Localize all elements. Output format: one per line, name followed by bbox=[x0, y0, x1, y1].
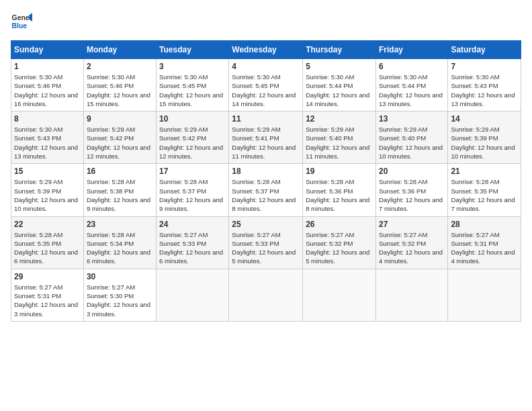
day-detail: Sunrise: 5:30 AMSunset: 5:44 PMDaylight:… bbox=[306, 73, 369, 107]
day-detail: Sunrise: 5:30 AMSunset: 5:46 PMDaylight:… bbox=[87, 73, 150, 107]
column-header-saturday: Saturday bbox=[448, 41, 521, 59]
calendar-cell: 13Sunrise: 5:29 AMSunset: 5:40 PMDayligh… bbox=[375, 111, 447, 164]
day-detail: Sunrise: 5:27 AMSunset: 5:33 PMDaylight:… bbox=[159, 231, 223, 265]
day-number: 22 bbox=[14, 220, 81, 229]
day-number: 19 bbox=[306, 167, 373, 176]
calendar-cell: 7Sunrise: 5:30 AMSunset: 5:43 PMDaylight… bbox=[448, 59, 521, 111]
svg-text:Blue: Blue bbox=[12, 22, 28, 30]
day-number: 1 bbox=[14, 62, 81, 71]
column-header-sunday: Sunday bbox=[11, 41, 84, 59]
calendar-cell: 1Sunrise: 5:30 AMSunset: 5:46 PMDaylight… bbox=[11, 59, 84, 111]
column-header-friday: Friday bbox=[375, 41, 447, 59]
day-detail: Sunrise: 5:29 AMSunset: 5:39 PMDaylight:… bbox=[14, 178, 78, 212]
day-number: 3 bbox=[159, 62, 226, 71]
day-number: 25 bbox=[232, 220, 300, 229]
logo-icon: General Blue bbox=[11, 11, 32, 32]
calendar-cell bbox=[303, 269, 376, 321]
day-number: 28 bbox=[451, 220, 518, 229]
day-number: 13 bbox=[379, 114, 445, 124]
day-detail: Sunrise: 5:28 AMSunset: 5:37 PMDaylight:… bbox=[159, 178, 223, 212]
day-number: 24 bbox=[159, 220, 226, 229]
day-number: 15 bbox=[14, 167, 81, 176]
calendar-cell: 10Sunrise: 5:29 AMSunset: 5:42 PMDayligh… bbox=[157, 111, 229, 164]
calendar-cell: 30Sunrise: 5:27 AMSunset: 5:30 PMDayligh… bbox=[83, 269, 156, 321]
day-number: 6 bbox=[379, 62, 445, 71]
calendar-header-row: SundayMondayTuesdayWednesdayThursdayFrid… bbox=[11, 41, 521, 59]
day-number: 10 bbox=[159, 114, 226, 124]
calendar-cell: 9Sunrise: 5:29 AMSunset: 5:42 PMDaylight… bbox=[83, 111, 156, 164]
day-detail: Sunrise: 5:30 AMSunset: 5:43 PMDaylight:… bbox=[14, 126, 78, 160]
day-number: 26 bbox=[306, 220, 373, 229]
day-number: 5 bbox=[306, 62, 373, 71]
day-detail: Sunrise: 5:30 AMSunset: 5:45 PMDaylight:… bbox=[232, 73, 296, 107]
day-detail: Sunrise: 5:29 AMSunset: 5:42 PMDaylight:… bbox=[159, 126, 223, 160]
calendar-cell: 3Sunrise: 5:30 AMSunset: 5:45 PMDaylight… bbox=[157, 59, 229, 111]
day-detail: Sunrise: 5:27 AMSunset: 5:31 PMDaylight:… bbox=[14, 283, 78, 318]
day-number: 2 bbox=[87, 62, 153, 71]
day-number: 21 bbox=[451, 167, 518, 176]
calendar-cell: 14Sunrise: 5:29 AMSunset: 5:39 PMDayligh… bbox=[448, 111, 521, 164]
day-detail: Sunrise: 5:29 AMSunset: 5:40 PMDaylight:… bbox=[306, 126, 369, 160]
calendar-cell: 8Sunrise: 5:30 AMSunset: 5:43 PMDaylight… bbox=[11, 111, 84, 164]
column-header-wednesday: Wednesday bbox=[229, 41, 303, 59]
day-number: 29 bbox=[14, 272, 81, 281]
day-detail: Sunrise: 5:28 AMSunset: 5:35 PMDaylight:… bbox=[14, 231, 78, 265]
column-header-tuesday: Tuesday bbox=[157, 41, 229, 59]
calendar-cell: 28Sunrise: 5:27 AMSunset: 5:31 PMDayligh… bbox=[448, 216, 521, 269]
day-number: 12 bbox=[306, 114, 373, 124]
day-detail: Sunrise: 5:30 AMSunset: 5:43 PMDaylight:… bbox=[451, 73, 515, 107]
day-number: 20 bbox=[379, 167, 445, 176]
calendar-cell: 25Sunrise: 5:27 AMSunset: 5:33 PMDayligh… bbox=[229, 216, 303, 269]
calendar-cell: 27Sunrise: 5:27 AMSunset: 5:32 PMDayligh… bbox=[375, 216, 447, 269]
day-detail: Sunrise: 5:27 AMSunset: 5:32 PMDaylight:… bbox=[379, 231, 443, 265]
calendar-cell: 21Sunrise: 5:28 AMSunset: 5:35 PMDayligh… bbox=[448, 164, 521, 216]
day-number: 23 bbox=[87, 220, 153, 229]
day-detail: Sunrise: 5:29 AMSunset: 5:39 PMDaylight:… bbox=[451, 126, 515, 160]
day-detail: Sunrise: 5:30 AMSunset: 5:46 PMDaylight:… bbox=[14, 73, 78, 107]
day-detail: Sunrise: 5:28 AMSunset: 5:37 PMDaylight:… bbox=[232, 178, 296, 212]
day-number: 27 bbox=[379, 220, 445, 229]
calendar-cell bbox=[157, 269, 229, 321]
day-number: 30 bbox=[87, 272, 153, 281]
day-detail: Sunrise: 5:29 AMSunset: 5:42 PMDaylight:… bbox=[87, 126, 150, 160]
calendar-week-row: 29Sunrise: 5:27 AMSunset: 5:31 PMDayligh… bbox=[11, 269, 521, 321]
calendar-table: SundayMondayTuesdayWednesdayThursdayFrid… bbox=[11, 40, 521, 322]
day-detail: Sunrise: 5:29 AMSunset: 5:41 PMDaylight:… bbox=[232, 126, 296, 160]
logo: General Blue bbox=[11, 11, 32, 32]
day-number: 16 bbox=[87, 167, 153, 176]
day-detail: Sunrise: 5:30 AMSunset: 5:44 PMDaylight:… bbox=[379, 73, 443, 107]
day-number: 14 bbox=[451, 114, 518, 124]
calendar-cell bbox=[375, 269, 447, 321]
day-detail: Sunrise: 5:27 AMSunset: 5:32 PMDaylight:… bbox=[306, 231, 369, 265]
day-detail: Sunrise: 5:28 AMSunset: 5:36 PMDaylight:… bbox=[379, 178, 443, 212]
calendar-week-row: 15Sunrise: 5:29 AMSunset: 5:39 PMDayligh… bbox=[11, 164, 521, 216]
calendar-cell: 4Sunrise: 5:30 AMSunset: 5:45 PMDaylight… bbox=[229, 59, 303, 111]
calendar-cell: 24Sunrise: 5:27 AMSunset: 5:33 PMDayligh… bbox=[157, 216, 229, 269]
calendar-cell: 12Sunrise: 5:29 AMSunset: 5:40 PMDayligh… bbox=[303, 111, 376, 164]
calendar-cell: 19Sunrise: 5:28 AMSunset: 5:36 PMDayligh… bbox=[303, 164, 376, 216]
day-number: 18 bbox=[232, 167, 300, 176]
day-detail: Sunrise: 5:28 AMSunset: 5:36 PMDaylight:… bbox=[306, 178, 369, 212]
calendar-cell bbox=[448, 269, 521, 321]
day-number: 9 bbox=[87, 114, 153, 124]
day-detail: Sunrise: 5:30 AMSunset: 5:45 PMDaylight:… bbox=[159, 73, 223, 107]
day-number: 17 bbox=[159, 167, 226, 176]
calendar-cell: 2Sunrise: 5:30 AMSunset: 5:46 PMDaylight… bbox=[83, 59, 156, 111]
day-detail: Sunrise: 5:29 AMSunset: 5:40 PMDaylight:… bbox=[379, 126, 443, 160]
calendar-week-row: 22Sunrise: 5:28 AMSunset: 5:35 PMDayligh… bbox=[11, 216, 521, 269]
calendar-week-row: 8Sunrise: 5:30 AMSunset: 5:43 PMDaylight… bbox=[11, 111, 521, 164]
calendar-cell: 6Sunrise: 5:30 AMSunset: 5:44 PMDaylight… bbox=[375, 59, 447, 111]
calendar-week-row: 1Sunrise: 5:30 AMSunset: 5:46 PMDaylight… bbox=[11, 59, 521, 111]
calendar-cell: 15Sunrise: 5:29 AMSunset: 5:39 PMDayligh… bbox=[11, 164, 84, 216]
day-number: 11 bbox=[232, 114, 300, 124]
day-detail: Sunrise: 5:28 AMSunset: 5:38 PMDaylight:… bbox=[87, 178, 150, 212]
day-detail: Sunrise: 5:27 AMSunset: 5:30 PMDaylight:… bbox=[87, 283, 150, 318]
day-number: 8 bbox=[14, 114, 81, 124]
calendar-cell: 20Sunrise: 5:28 AMSunset: 5:36 PMDayligh… bbox=[375, 164, 447, 216]
column-header-monday: Monday bbox=[83, 41, 156, 59]
calendar-cell: 22Sunrise: 5:28 AMSunset: 5:35 PMDayligh… bbox=[11, 216, 84, 269]
day-detail: Sunrise: 5:27 AMSunset: 5:31 PMDaylight:… bbox=[451, 231, 515, 265]
calendar-cell: 16Sunrise: 5:28 AMSunset: 5:38 PMDayligh… bbox=[83, 164, 156, 216]
column-header-thursday: Thursday bbox=[303, 41, 376, 59]
calendar-cell: 11Sunrise: 5:29 AMSunset: 5:41 PMDayligh… bbox=[229, 111, 303, 164]
